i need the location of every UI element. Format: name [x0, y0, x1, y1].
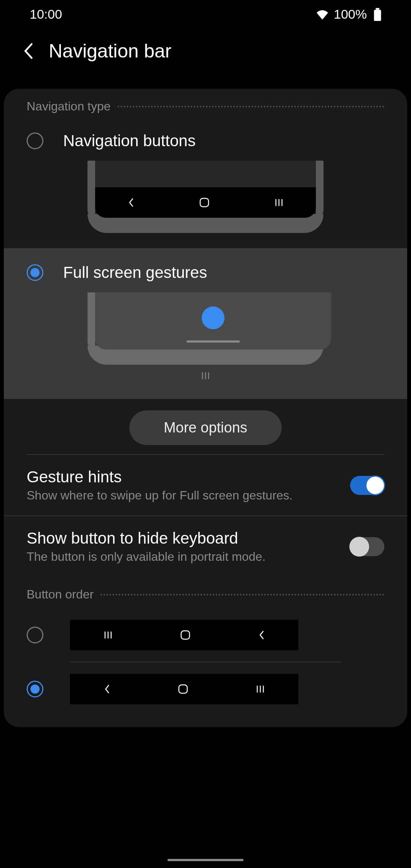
setting-gesture-hints[interactable]: Gesture hints Show where to swipe up for…: [4, 455, 407, 516]
svg-rect-0: [376, 8, 379, 10]
dotted-divider: [100, 594, 384, 595]
status-bar: 10:00 100%: [0, 0, 411, 29]
more-options-row: More options: [27, 399, 384, 455]
svg-rect-1: [374, 10, 381, 21]
setting-title: Gesture hints: [27, 468, 335, 486]
gesture-hint-line: [186, 340, 240, 343]
setting-subtitle: Show where to swipe up for Full screen g…: [27, 488, 335, 503]
settings-card: Navigation type Navigation buttons: [4, 89, 407, 727]
home-icon: [178, 684, 188, 694]
more-options-button[interactable]: More options: [129, 410, 282, 445]
radio-full-screen-gestures[interactable]: [27, 264, 43, 281]
recents-icon: [275, 198, 283, 207]
page-title: Navigation bar: [49, 40, 171, 62]
order-preview-1: [70, 674, 298, 704]
order-preview-0: [70, 620, 298, 650]
toggle-hide-keyboard[interactable]: [350, 537, 384, 556]
gesture-dot-icon: [202, 306, 225, 329]
back-icon: [258, 630, 264, 640]
battery-icon: [374, 8, 381, 21]
system-gesture-handle[interactable]: [167, 859, 244, 861]
recents-icon: [201, 372, 210, 380]
preview-full-screen-gestures: [88, 292, 323, 380]
button-order-option-0[interactable]: [4, 608, 407, 662]
setting-subtitle: The button is only available in portrait…: [27, 550, 335, 564]
setting-hide-keyboard[interactable]: Show button to hide keyboard The button …: [4, 516, 407, 577]
status-battery-text: 100%: [334, 7, 367, 22]
svg-rect-13: [179, 685, 187, 693]
radio-button-order-0[interactable]: [27, 627, 43, 643]
svg-rect-12: [181, 631, 190, 639]
recents-icon: [104, 631, 112, 639]
radio-button-order-1[interactable]: [27, 681, 43, 697]
preview-navigation-buttons: [88, 161, 323, 233]
recents-icon: [256, 685, 264, 693]
back-icon: [104, 684, 110, 694]
toggle-gesture-hints[interactable]: [350, 476, 384, 495]
section-navigation-type: Navigation type: [4, 89, 407, 120]
section-button-order: Button order: [4, 577, 407, 608]
wifi-icon: [315, 9, 329, 20]
home-icon: [199, 198, 209, 207]
option-full-screen-gestures[interactable]: Full screen gestures: [4, 248, 407, 399]
option-label: Full screen gestures: [63, 263, 207, 282]
dotted-divider: [118, 106, 384, 107]
status-time: 10:00: [30, 7, 62, 22]
radio-navigation-buttons[interactable]: [27, 132, 43, 149]
home-icon: [180, 630, 190, 640]
option-label: Navigation buttons: [63, 132, 196, 150]
back-button[interactable]: [23, 43, 33, 59]
header: Navigation bar: [0, 29, 411, 77]
button-order-option-1[interactable]: [4, 662, 407, 716]
section-label: Navigation type: [27, 99, 111, 113]
option-navigation-buttons[interactable]: Navigation buttons: [4, 120, 407, 233]
setting-title: Show button to hide keyboard: [27, 529, 335, 547]
svg-rect-2: [200, 198, 209, 207]
status-right: 100%: [315, 7, 381, 22]
back-icon: [128, 198, 134, 207]
section-label: Button order: [27, 587, 94, 602]
